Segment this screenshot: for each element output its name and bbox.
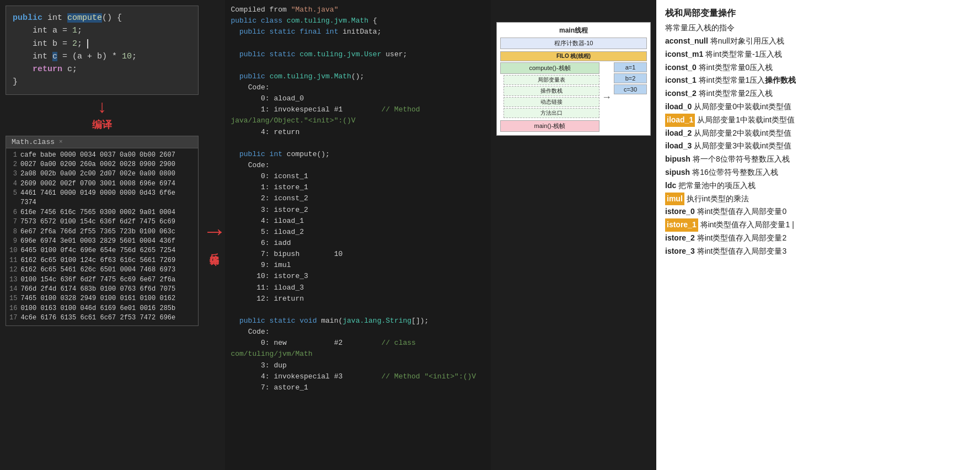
instr-c3: 3: istore_2 xyxy=(231,205,485,216)
instr-keyword: istore_2 xyxy=(665,232,695,245)
instr-desc: 将int类型值存入局部变量1 | xyxy=(700,218,794,232)
instr-keyword: iload_2 xyxy=(665,127,692,140)
arrow-right-icon: → xyxy=(207,220,222,244)
left-panel: public int compute() { int a = 1; int b … xyxy=(0,0,204,470)
instr-desc: 从局部变量0中装载int类型值 xyxy=(694,100,791,114)
bytecode-tab: Math.class × xyxy=(6,136,198,148)
frame-exit: 方法出口 xyxy=(504,108,599,118)
instr-keyword: bipush xyxy=(665,153,690,166)
blank-4 xyxy=(231,305,485,316)
table-row: 130100 154c 636f 6d2f 7475 6c69 6e67 2f6… xyxy=(9,275,195,285)
table-row: 9696e 6974 3e01 0003 2829 5601 0004 436f xyxy=(9,237,195,246)
table-row: 174c6e 6176 6135 6c61 6c67 2f53 7472 696… xyxy=(9,313,195,323)
subtitle-push: 将常量压入栈的指令 xyxy=(665,22,971,35)
instr-desc: 将int类型值存入局部变量3 xyxy=(697,245,787,258)
instr-c7: 7: bipush 10 xyxy=(231,249,485,260)
filo-label: FILO 栈(线程) xyxy=(500,51,647,61)
source-line-4: int c = (a + b) * 10; xyxy=(13,50,191,63)
list-item: ldc 把常量池中的项压入栈 xyxy=(665,179,971,193)
instr-desc: 将int类型值存入局部变量0 xyxy=(697,205,787,218)
instr-keyword: iconst_2 xyxy=(665,87,697,100)
instr-desc: 将int类型常量2压入栈 xyxy=(699,87,773,100)
section-title: 栈和局部变量操作 xyxy=(665,6,971,20)
instr-desc: 将int类型值存入局部变量2 xyxy=(697,232,787,245)
instr-keyword-iload1: iload_1 xyxy=(665,114,695,127)
list-item: aconst_null 将null对象引用压入栈 xyxy=(665,35,971,48)
list-item: iload_1 从局部变量1中装载int类型值 xyxy=(665,114,971,127)
stack-title: main线程 xyxy=(500,26,647,35)
list-item: bipush 将一个8位带符号整数压入栈 xyxy=(665,153,971,166)
instr-desc: 把常量池中的项压入栈 xyxy=(678,179,756,193)
source-line-3: int b = 2; xyxy=(13,38,191,50)
instr-c0: 0: iconst_1 xyxy=(231,171,485,182)
instr-keyword: iconst_m1 xyxy=(665,48,703,61)
instr-keyword: aconst_null xyxy=(665,35,708,48)
instr-m4: 4: invokespecial #3 // Method "<init>":(… xyxy=(231,371,485,382)
method-init-sig: public com.tuling.jvm.Math(); xyxy=(231,71,485,82)
var-a: a=1 xyxy=(614,62,647,72)
arrow-down-icon: ↓ xyxy=(97,99,107,117)
frame-dynlink: 动态链接 xyxy=(504,97,599,107)
source-line-1: public int compute() { xyxy=(13,12,191,24)
instr-keyword: istore_3 xyxy=(665,245,695,258)
field-2: public static com.tuling.jvm.User user; xyxy=(231,49,485,60)
field-1: public static final int initData; xyxy=(231,26,485,38)
method-init-code: Code: xyxy=(231,82,485,93)
list-item: iconst_0 将int类型常量0压入栈 xyxy=(665,61,971,74)
table-row: 6616e 7456 616c 7565 0300 0002 9a01 0004 xyxy=(9,208,195,217)
blank-3 xyxy=(231,138,485,149)
table-row: 77573 6572 0100 154c 636f 6d2f 7475 6c69 xyxy=(9,217,195,227)
instr-desc: 从局部变量3中装载int类型值 xyxy=(694,140,791,153)
list-item: istore_2 将int类型值存入局部变量2 xyxy=(665,232,971,245)
compile-arrow-area: ↓ 编译 xyxy=(6,95,199,136)
source-line-6: } xyxy=(13,76,191,88)
instr-c1: 1: istore_1 xyxy=(231,182,485,193)
blank-2 xyxy=(231,60,485,71)
instr-1: 1: invokespecial #1 // Method java/lang/… xyxy=(231,104,485,126)
instr-c11: 11: iload_3 xyxy=(231,282,485,293)
instr-desc: 将16位带符号整数压入栈 xyxy=(692,166,778,179)
instr-keyword: sipush xyxy=(665,166,690,179)
list-item: istore_0 将int类型值存入局部变量0 xyxy=(665,205,971,218)
instr-keyword: istore_0 xyxy=(665,205,695,218)
instr-m7: 7: astore_1 xyxy=(231,382,485,393)
list-item: iload_2 从局部变量2中装载int类型值 xyxy=(665,127,971,140)
instr-c5: 5: iload_2 xyxy=(231,227,485,238)
class-decl: public class com.tuling.jvm.Math { xyxy=(231,15,485,26)
table-row: 86e67 2f6a 766d 2f55 7365 723b 0100 063c xyxy=(9,227,195,237)
compiled-from: Compiled from "Math.java" xyxy=(231,4,485,15)
table-row: 54461 7461 0000 0149 0000 0000 0d43 6f6e… xyxy=(9,189,195,208)
close-icon[interactable]: × xyxy=(59,138,63,145)
right-panel: 栈和局部变量操作 将常量压入栈的指令 aconst_null 将null对象引用… xyxy=(656,0,980,470)
instr-desc: 从局部变量2中装载int类型值 xyxy=(694,127,791,140)
list-item: istore_3 将int类型值存入局部变量3 xyxy=(665,245,971,258)
instr-m0: 0: new #2 // class com/tuling/jvm/Math xyxy=(231,338,485,360)
list-item: sipush 将16位带符号整数压入栈 xyxy=(665,166,971,179)
frame-localvars: 局部变量表 xyxy=(504,75,599,85)
bytecode-content: 1cafe babe 0000 0034 0037 0a00 0b00 2607… xyxy=(6,148,198,325)
table-row: 1cafe babe 0000 0034 0037 0a00 0b00 2607 xyxy=(9,151,195,160)
instr-c6: 6: iadd xyxy=(231,238,485,249)
list-item: iconst_2 将int类型常量2压入栈 xyxy=(665,87,971,100)
instr-0: 0: aload_0 xyxy=(231,93,485,104)
method-compute-code: Code: xyxy=(231,160,485,171)
method-main-code: Code: xyxy=(231,327,485,338)
instr-keyword: iconst_0 xyxy=(665,61,697,74)
table-row: 160100 0163 0100 046d 6169 6e01 0016 285… xyxy=(9,304,195,313)
table-row: 116162 6c65 0100 124c 6f63 616c 5661 726… xyxy=(9,256,195,265)
var-b: b=2 xyxy=(614,73,647,83)
table-row: 106465 0100 0f4c 696e 654e 756d 6265 725… xyxy=(9,246,195,255)
instr-c12: 12: ireturn xyxy=(231,293,485,305)
instr-desc: 从局部变量1中装载int类型值 xyxy=(697,114,795,127)
list-item: istore_1 将int类型值存入局部变量1 | xyxy=(665,218,971,232)
frame-opstack: 操作数栈 xyxy=(504,86,599,96)
instr-keyword-iconst1: iconst_1 xyxy=(665,74,697,87)
instr-m3: 3: dup xyxy=(231,360,485,371)
instr-c9: 9: imul xyxy=(231,260,485,271)
table-row: 157465 0100 0328 2949 0100 0161 0100 016… xyxy=(9,294,195,303)
source-line-5: return c; xyxy=(13,63,191,76)
source-line-2: int a = 1; xyxy=(13,24,191,37)
decompile-label: 反编译 xyxy=(208,245,221,250)
instr-keyword: iload_3 xyxy=(665,140,692,153)
stack-body: compute()-栈帧 局部变量表 操作数栈 动态链接 方法出口 main()… xyxy=(500,62,647,132)
